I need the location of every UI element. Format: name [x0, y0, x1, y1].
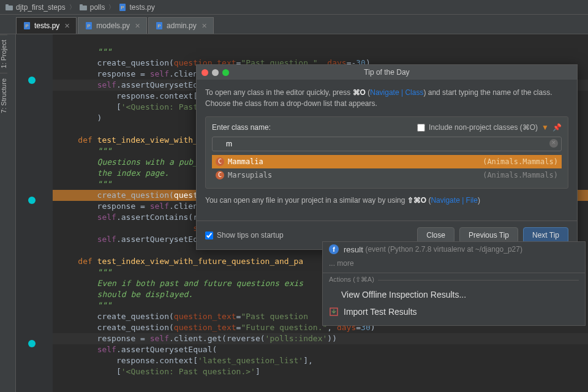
svg-text:P: P [157, 23, 160, 29]
chevron-right-icon: 〉 [69, 3, 75, 12]
class-badge-icon: C [216, 157, 224, 166]
action-import-test-results[interactable]: Import Test Results [323, 303, 585, 320]
tab-tests[interactable]: P tests.py ✕ [16, 17, 77, 34]
include-nonproject-checkbox[interactable] [417, 124, 425, 132]
result-row[interactable]: f result (event (Python 2.7.8 virtualenv… [323, 242, 585, 257]
search-everywhere-popup: f result (event (Python 2.7.8 virtualenv… [322, 241, 586, 326]
tab-models[interactable]: P models.py ✕ [78, 17, 147, 34]
close-icon[interactable]: ✕ [64, 22, 70, 30]
svg-rect-2 [80, 6, 87, 10]
show-tips-label: Show tips on startup [217, 231, 284, 239]
pin-icon[interactable]: 📌 [552, 123, 562, 132]
enter-class-label: Enter class name: [212, 123, 271, 132]
svg-text:P: P [25, 23, 28, 29]
svg-rect-3 [80, 4, 83, 6]
svg-text:P: P [121, 5, 124, 10]
import-icon [329, 307, 339, 317]
tip-text-2: You can open any file in your project in… [205, 195, 568, 206]
svg-rect-0 [6, 6, 13, 10]
class-lookup-panel: Enter class name: Include non-project cl… [205, 116, 568, 189]
close-icon[interactable]: ✕ [202, 22, 207, 30]
project-tool-button[interactable]: 1: Project [0, 34, 7, 73]
breadcrumb-item[interactable]: P tests.py [118, 3, 154, 12]
action-view-offline-inspection[interactable]: View Offline Inspection Results... [323, 286, 585, 303]
python-file-icon: P [23, 21, 31, 30]
more-row[interactable]: ... more [323, 257, 585, 270]
filter-icon[interactable]: ▼ [541, 123, 549, 132]
breadcrumb-item[interactable]: djtp_first_steps [5, 3, 66, 12]
svg-text:P: P [88, 23, 91, 29]
search-result-item[interactable]: C Marsupials (Animals.Mammals) [212, 168, 562, 182]
svg-rect-1 [6, 4, 9, 6]
clear-icon[interactable]: ✕ [549, 139, 558, 148]
tool-window-bar: 1: Project 7: Structure [0, 34, 16, 392]
tip-text: To open any class in the editor quickly,… [205, 87, 568, 109]
actions-divider: Actions (⇧⌘A) [323, 273, 585, 286]
python-file-icon: P [155, 21, 164, 30]
python-file-icon: P [118, 3, 127, 12]
breakpoint-icon[interactable] [28, 340, 36, 347]
python-file-icon: P [85, 21, 93, 30]
breadcrumb-item[interactable]: polls [79, 3, 105, 12]
folder-icon [79, 3, 88, 12]
field-badge-icon: f [329, 244, 339, 254]
dialog-titlebar[interactable]: Tip of the Day [197, 65, 577, 80]
editor-gutter [16, 34, 53, 392]
tip-of-day-dialog: Tip of the Day To open any class in the … [196, 64, 578, 250]
dialog-title: Tip of the Day [197, 68, 577, 77]
class-search-input[interactable] [212, 137, 562, 151]
breakpoint-icon[interactable] [28, 197, 36, 204]
show-tips-checkbox[interactable] [205, 232, 213, 239]
chevron-right-icon: 〉 [108, 3, 115, 12]
editor-tabs: P tests.py ✕ P models.py ✕ P admin.py ✕ [0, 15, 588, 34]
include-nonproject-label: Include non-project classes (⌘O) [429, 123, 538, 132]
tab-admin[interactable]: P admin.py ✕ [148, 17, 214, 34]
folder-icon [5, 3, 13, 12]
class-badge-icon: C [216, 171, 224, 179]
navigate-file-link[interactable]: Navigate | File [431, 196, 477, 205]
close-icon[interactable]: ✕ [135, 22, 140, 30]
search-result-item[interactable]: C Mammalia (Animals.Mammals) [212, 155, 562, 168]
breadcrumb: djtp_first_steps 〉 polls 〉 P tests.py [0, 0, 588, 15]
navigate-class-link[interactable]: Navigate | Class [370, 88, 423, 97]
structure-tool-button[interactable]: 7: Structure [0, 73, 7, 118]
breakpoint-icon[interactable] [28, 77, 36, 84]
